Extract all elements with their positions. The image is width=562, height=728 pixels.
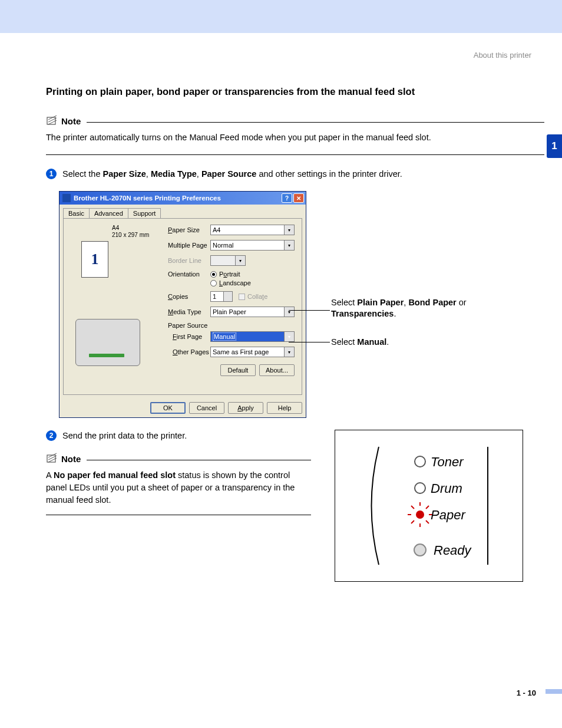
combo-border-line [210, 255, 246, 266]
combo-other-pages[interactable]: Same as First page [210, 347, 295, 357]
t: Transparencies [331, 309, 394, 318]
pencil-note-icon [46, 115, 58, 127]
tab-support[interactable]: Support [128, 208, 161, 218]
chapter-tab[interactable]: 1 [547, 134, 562, 158]
default-button[interactable]: Default [220, 364, 256, 376]
help-button-icon[interactable]: ? [282, 193, 292, 203]
t: . [386, 337, 389, 347]
pencil-note-icon [46, 453, 58, 465]
tab-advanced[interactable]: Advanced [89, 208, 128, 218]
page-content: About this printer Printing on plain pap… [0, 33, 562, 582]
paper-preview: 1 [81, 241, 108, 278]
svg-line-12 [411, 521, 414, 523]
label-multiple-page: Multiple Page [168, 242, 210, 249]
window-title: Brother HL-2070N series Printing Prefere… [74, 195, 280, 202]
t: Paper Source [201, 169, 257, 179]
radio-landscape[interactable]: Landscape [210, 279, 251, 286]
svg-point-4 [415, 483, 425, 493]
combo-first-page[interactable]: Manual [210, 331, 295, 342]
t: or [457, 298, 467, 307]
svg-point-3 [415, 456, 425, 467]
led-paper: Paper [431, 508, 466, 522]
v: Plain Paper [213, 308, 246, 315]
note-rule [87, 122, 544, 123]
t: Media Type [151, 169, 197, 179]
t: A [46, 470, 54, 480]
step-2: 2 Send the print data to the printer. [46, 430, 311, 442]
callout-line-source [289, 342, 330, 342]
callout-line-media [289, 310, 330, 311]
step-2-text: Send the print data to the printer. [62, 430, 187, 442]
breadcrumb: About this printer [46, 51, 531, 60]
label-media-type: Media Type [168, 308, 210, 315]
t: . [394, 309, 396, 318]
note-block-1: Note The printer automatically turns on … [46, 115, 544, 144]
ok-button[interactable]: OK [150, 402, 186, 414]
apply-button[interactable]: Apply [228, 402, 263, 414]
note-label: Note [61, 454, 81, 464]
checkbox-collate: Collate [239, 293, 267, 300]
note-block-2: Note A No paper fed manual feed slot sta… [46, 453, 311, 506]
tab-panel-basic: A4 210 x 297 mm 1 Paper Size A4 Multiple… [63, 218, 302, 395]
led-panel: Toner Drum Paper Ready [335, 430, 523, 582]
led-toner: Toner [431, 454, 464, 469]
titlebar[interactable]: Brother HL-2070N series Printing Prefere… [59, 192, 306, 205]
label-first-page: First Page [168, 333, 210, 340]
about-button[interactable]: About... [259, 364, 295, 376]
tab-strip: Basic Advanced Support [59, 205, 306, 218]
page-number: 1 - 10 [517, 689, 536, 697]
svg-line-10 [411, 506, 414, 509]
t: Select [331, 337, 357, 347]
step2-row: 2 Send the print data to the printer. No… [46, 430, 544, 582]
printer-illustration [75, 319, 140, 366]
t: No paper fed manual feed slot [54, 470, 176, 480]
v: 1 [213, 293, 216, 300]
t: , [146, 169, 151, 179]
radio-portrait[interactable]: Portrait [210, 271, 251, 278]
printing-preferences-dialog: Brother HL-2070N series Printing Prefere… [59, 191, 306, 418]
preview-box: A4 210 x 297 mm 1 [71, 225, 159, 366]
dialog-footer: OK Cancel Apply Help [59, 398, 306, 417]
tab-basic[interactable]: Basic [63, 208, 90, 218]
v: Manual [213, 332, 236, 341]
t: Bond Paper [408, 298, 456, 307]
step-1-text: Select the Paper Size, Media Type, Paper… [62, 168, 402, 180]
paper-name: A4 [112, 225, 159, 232]
divider [46, 154, 544, 155]
t: Select [331, 298, 357, 307]
svg-line-11 [426, 506, 429, 509]
note-label: Note [61, 116, 81, 126]
svg-point-14 [414, 544, 426, 556]
header-band [0, 0, 562, 33]
paper-dims: 210 x 297 mm [112, 232, 159, 239]
group-paper-source: Paper Source [168, 322, 295, 329]
t: Manual [357, 337, 386, 347]
combo-multiple-page[interactable]: Normal [210, 240, 295, 251]
combo-media-type[interactable]: Plain Paper [210, 307, 295, 317]
form-area: Paper Size A4 Multiple Page Normal Borde… [168, 225, 295, 376]
t: , [197, 169, 201, 179]
spinner-copies[interactable]: 1 [210, 291, 233, 302]
v: Same as First page [213, 348, 269, 355]
step-bullet-1: 1 [46, 169, 57, 179]
t: Select the [62, 169, 103, 179]
note-rule [87, 460, 311, 460]
help-button[interactable]: Help [267, 402, 302, 414]
v: A4 [213, 226, 220, 233]
cancel-button[interactable]: Cancel [189, 402, 224, 414]
step-1: 1 Select the Paper Size, Media Type, Pap… [46, 168, 544, 180]
label-other-pages: Other Pages [168, 348, 210, 355]
close-icon[interactable]: ✕ [293, 193, 304, 203]
t: and other settings in the printer driver… [256, 169, 402, 179]
label-border-line: Border Line [168, 257, 210, 264]
callout-paper-source: Select Manual. [331, 337, 520, 348]
v: Normal [213, 242, 233, 249]
t: Plain Paper [357, 298, 404, 307]
combo-paper-size[interactable]: A4 [210, 225, 295, 235]
note-body-2: A No paper fed manual feed slot status i… [46, 469, 311, 506]
t: Paper Size [103, 169, 146, 179]
footer-accent [546, 689, 562, 694]
sun-icon [408, 502, 432, 527]
label-copies: Copies [168, 293, 210, 300]
label-paper-size: Paper Size [168, 226, 210, 233]
